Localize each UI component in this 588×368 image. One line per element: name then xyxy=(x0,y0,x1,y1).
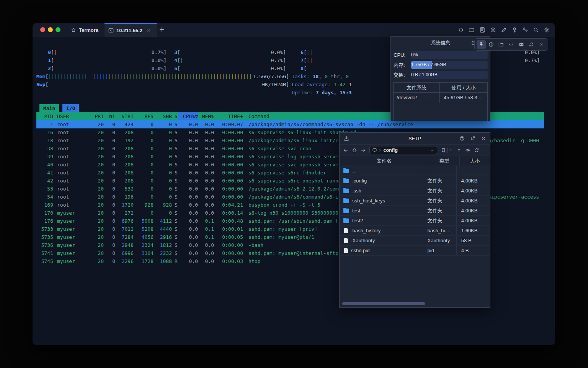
file-row[interactable]: .ssh 文件夹 4.00KB xyxy=(340,186,490,196)
file-table-header[interactable]: 文件名 类型 大小 xyxy=(340,156,490,166)
process-row[interactable]: 1root20042400S0.00.00:00.07/package/admi… xyxy=(36,120,544,128)
memory-meter: Mem[||||||||||||| ||||||||||||||||||||||… xyxy=(36,72,289,80)
settings-gear-icon[interactable] xyxy=(544,27,550,33)
app-window: Termora 10.211.55.2 0[|0.7%] 1[0.0%] 2[0… xyxy=(33,23,555,345)
horizontal-scrollbar[interactable] xyxy=(341,302,488,306)
search-icon[interactable] xyxy=(533,27,539,33)
cpu-meter-2: 2[0.0%] xyxy=(36,64,167,72)
forward-icon[interactable] xyxy=(361,148,366,153)
session-toolbar xyxy=(474,38,548,51)
cpu-meter-1: 1[0.0%] xyxy=(36,56,167,64)
column-filename: 文件名 xyxy=(340,156,429,166)
keychain-icon[interactable] xyxy=(522,27,528,33)
htop-tab-io[interactable]: I/O xyxy=(62,104,79,112)
file-type-icon xyxy=(343,179,349,183)
terminal-icon xyxy=(108,28,114,33)
file-type-icon xyxy=(343,209,349,213)
notes-icon[interactable] xyxy=(479,27,485,33)
zoom-traffic-light[interactable] xyxy=(56,27,60,32)
file-row[interactable]: .. xyxy=(340,166,490,176)
bookmark-icon[interactable] xyxy=(441,148,446,153)
htop-tab-main[interactable]: Main xyxy=(39,104,59,112)
filesystem-row[interactable]: /dev/vda1 45.61GB / 58.3... xyxy=(394,93,487,103)
sftp-nav-bar: > config xyxy=(340,145,490,156)
sftp-titlebar: SFTP xyxy=(340,133,490,145)
nvidia-icon[interactable] xyxy=(517,40,526,49)
system-info-title: 系统信息 xyxy=(431,39,451,46)
code-icon[interactable] xyxy=(458,27,464,33)
refresh-icon[interactable] xyxy=(527,40,536,49)
file-type-icon xyxy=(344,238,348,243)
tab-session-active[interactable]: 10.211.55.2 xyxy=(105,23,157,37)
session-tab-label: 10.211.55.2 xyxy=(116,28,142,33)
upload-icon[interactable] xyxy=(456,148,462,153)
file-row[interactable]: .Xauthority Xauthority 58 B xyxy=(340,236,490,246)
sftp-panel: SFTP > config xyxy=(339,132,490,308)
filesystem-table: 文件系统 使用 / 大小 /dev/vda1 45.61GB / 58.3... xyxy=(393,82,488,121)
file-row[interactable]: test 文件夹 4.00KB xyxy=(340,206,490,216)
cpu-label: CPU: xyxy=(394,52,411,58)
cpu-meter-8: 8[ xyxy=(297,64,343,72)
home-icon[interactable] xyxy=(352,148,357,153)
cpu-meter-3: 3[0.0%] xyxy=(171,48,286,56)
title-bar: Termora 10.211.55.2 xyxy=(33,23,555,37)
close-icon[interactable] xyxy=(481,136,486,141)
key-icon[interactable] xyxy=(511,27,518,33)
close-icon[interactable] xyxy=(537,40,546,49)
minimize-traffic-light[interactable] xyxy=(48,27,53,32)
folder-icon[interactable] xyxy=(497,40,506,49)
file-row[interactable]: .bash_history bash_hi... 1.60KB xyxy=(340,226,490,236)
pin-icon[interactable] xyxy=(477,40,486,49)
show-hidden-eye-icon[interactable] xyxy=(465,148,470,153)
cpu-meter-4: 4[|0.7%] xyxy=(171,56,286,64)
swap-meter: Swp[0K/1024M] xyxy=(36,80,289,89)
current-directory: config xyxy=(383,148,398,153)
titlebar-actions xyxy=(458,23,550,37)
file-type-icon xyxy=(343,169,349,173)
help-icon[interactable] xyxy=(459,136,465,141)
chevron-down-icon[interactable] xyxy=(430,148,434,153)
record-icon[interactable] xyxy=(490,27,496,33)
fs-header-name: 文件系统 xyxy=(394,83,440,92)
refresh-icon[interactable] xyxy=(474,148,479,153)
scrollbar-thumb[interactable] xyxy=(342,302,425,305)
file-type-icon xyxy=(343,219,349,223)
sort-column-cpu: CPU%▽ xyxy=(178,112,198,120)
file-list: .. .config 文件夹 4.00KB .ssh 文件夹 4.00KB xyxy=(340,166,490,256)
close-tab-icon[interactable] xyxy=(147,28,151,33)
file-row[interactable]: test2 文件夹 4.00KB xyxy=(340,216,490,226)
memory-usage-bar: 1.75GB / 7.65GB xyxy=(411,61,488,69)
file-row[interactable]: sshd.pid pid 4 B xyxy=(340,246,490,256)
cpu-meter-0: 0[|0.7%] xyxy=(36,48,167,56)
uptime-line: Uptime: 7 days, 15:3 xyxy=(292,89,352,97)
swap-usage-bar: 0 B / 1.00GB xyxy=(411,71,488,79)
file-row[interactable]: ssh_host_keys 文件夹 4.00KB xyxy=(340,196,490,206)
home-tab-label: Termora xyxy=(79,27,98,33)
column-type: 类型 xyxy=(429,156,459,166)
memory-label: 内存: xyxy=(394,62,411,69)
close-traffic-light[interactable] xyxy=(40,27,45,32)
open-in-window-icon[interactable] xyxy=(470,136,475,141)
bookmark-caret-icon[interactable] xyxy=(449,148,453,152)
load-average-line: Load average: 1.42 1 xyxy=(292,80,352,89)
new-tab-icon[interactable] xyxy=(159,26,165,33)
tasks-line: Tasks: 18, 0 thr, 0 xyxy=(292,72,352,80)
cpu-meter-5: 5[0.0%] xyxy=(171,64,286,72)
tab-home[interactable]: Termora xyxy=(67,23,102,37)
home-icon xyxy=(71,27,76,33)
path-breadcrumb[interactable]: > config xyxy=(369,146,437,154)
edit-icon[interactable] xyxy=(501,27,507,33)
file-type-icon xyxy=(343,189,349,193)
code-icon[interactable] xyxy=(506,40,516,49)
computer-icon xyxy=(372,148,377,153)
cpu-usage-bar: 0% xyxy=(411,51,488,59)
file-type-icon xyxy=(343,199,349,203)
info-icon[interactable] xyxy=(487,40,496,49)
file-row[interactable]: .config 文件夹 4.00KB xyxy=(340,176,490,186)
download-icon[interactable] xyxy=(343,135,350,141)
fs-header-usage: 使用 / 大小 xyxy=(440,83,487,92)
back-icon[interactable] xyxy=(343,148,348,153)
folder-icon[interactable] xyxy=(469,27,475,33)
swap-label: 交换: xyxy=(394,72,411,79)
column-size: 大小 xyxy=(459,156,490,166)
